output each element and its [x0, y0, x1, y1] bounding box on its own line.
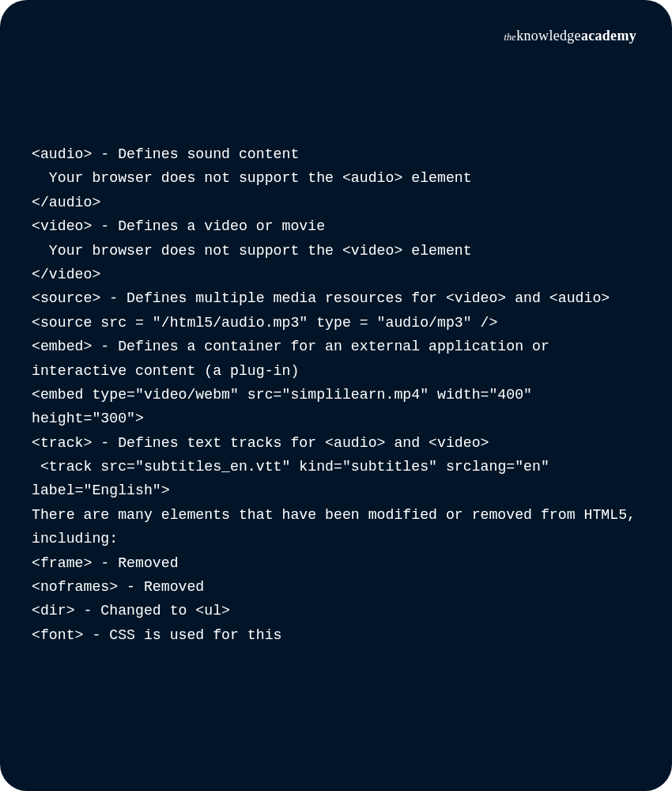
slide-card: theknowledgeacademy <audio> - Defines so…: [0, 0, 672, 791]
code-block: <audio> - Defines sound content Your bro…: [32, 142, 640, 647]
brand-the: the: [504, 32, 516, 43]
brand-knowledge: knowledge: [516, 28, 581, 44]
brand-academy: academy: [581, 28, 636, 44]
brand-logo: theknowledgeacademy: [504, 28, 636, 44]
